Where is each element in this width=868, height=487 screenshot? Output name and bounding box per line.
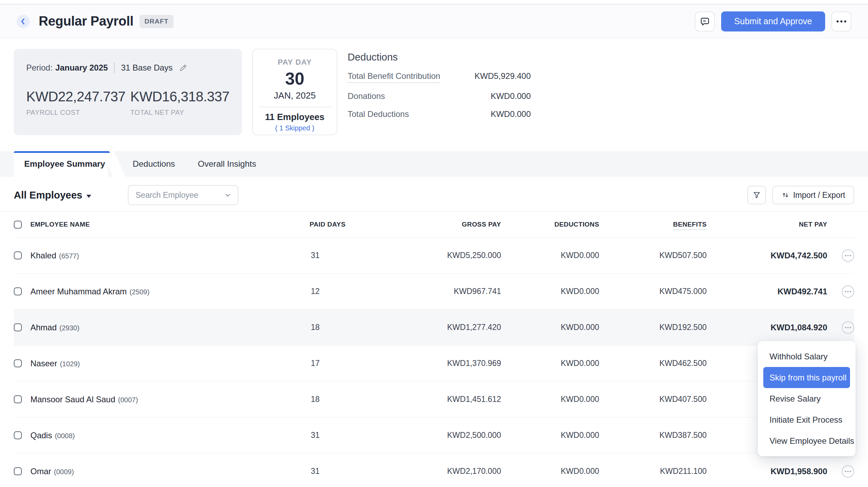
menu-item-view-employee-details[interactable]: View Employee Details — [763, 430, 850, 451]
payday-card: PAY DAY 30 JAN, 2025 11 Employees ( 1 Sk… — [252, 49, 337, 135]
table-row[interactable]: Qadis(0008) 31 KWD2,500.000 KWD0.000 KWD… — [14, 417, 854, 453]
ellipsis-icon — [837, 20, 846, 22]
table-row[interactable]: Omar(0009) 31 KWD2,170.000 KWD0.000 KWD2… — [14, 453, 854, 487]
col-deductions: DEDUCTIONS — [501, 221, 599, 228]
row-checkbox[interactable] — [14, 395, 22, 403]
row-checkbox[interactable] — [14, 467, 22, 475]
divider — [258, 107, 331, 107]
caret-down-icon — [86, 195, 91, 198]
menu-item-initiate-exit-process[interactable]: Initiate Exit Process — [763, 409, 850, 430]
total-benefit-contribution-value: KWD5,929.400 — [474, 71, 531, 81]
employee-id: (0009) — [54, 468, 74, 476]
period-card: Period: January 2025 31 Base Days KWD22,… — [14, 49, 242, 135]
row-checkbox[interactable] — [14, 359, 22, 367]
row-actions-button[interactable] — [842, 249, 854, 262]
total-net-pay-label: TOTAL NET PAY — [130, 109, 229, 117]
deductions-title: Deductions — [348, 52, 531, 63]
col-net-pay: NET PAY — [707, 221, 827, 228]
payday-day: 30 — [253, 69, 337, 89]
deductions-summary: Deductions Total Benefit Contribution KW… — [348, 49, 531, 135]
chevron-left-icon — [19, 17, 28, 26]
menu-item-revise-salary[interactable]: Revise Salary — [763, 388, 850, 409]
import-export-button[interactable]: Import / Export — [772, 186, 854, 204]
table-row[interactable]: Mansoor Saud Al Saud(0007) 18 KWD1,451.6… — [14, 382, 854, 417]
search-placeholder: Search Employee — [135, 191, 198, 200]
employee-table: EMPLOYEE NAME PAID DAYS GROSS PAY DEDUCT… — [14, 212, 854, 487]
menu-item-skip-from-payroll[interactable]: Skip from this payroll — [763, 367, 850, 388]
page-title: Regular Payroll — [39, 14, 133, 29]
menu-item-withhold-salary[interactable]: Withhold Salary — [763, 346, 850, 367]
chevron-down-icon — [224, 191, 232, 199]
col-gross-pay: GROSS PAY — [346, 221, 501, 228]
table-toolbar: All Employees Search Employee Import / E… — [0, 177, 868, 212]
col-benefits: BENEFITS — [599, 221, 707, 228]
tab-bar: Employee Summary Deductions Overall Insi… — [0, 151, 868, 177]
col-paid-days: PAID DAYS — [242, 221, 346, 228]
status-badge: DRAFT — [140, 15, 173, 28]
employee-id: (6577) — [59, 252, 79, 260]
donations-value: KWD0.000 — [491, 91, 531, 101]
payday-label: PAY DAY — [253, 58, 337, 67]
tab-employee-summary[interactable]: Employee Summary — [14, 151, 108, 177]
base-days: 31 Base Days — [121, 63, 172, 73]
search-employee-input[interactable]: Search Employee — [128, 185, 238, 205]
skipped-count-link[interactable]: ( 1 Skipped ) — [253, 124, 337, 132]
donations-label: Donations — [348, 91, 385, 101]
row-checkbox[interactable] — [14, 323, 22, 331]
total-benefit-contribution-label[interactable]: Total Benefit Contribution — [348, 71, 440, 83]
employee-filter-dropdown[interactable]: All Employees — [14, 190, 91, 201]
back-button[interactable] — [17, 15, 30, 28]
employee-id: (2509) — [130, 288, 150, 296]
tab-overall-insights[interactable]: Overall Insights — [198, 151, 256, 177]
filter-button[interactable] — [747, 186, 766, 204]
table-row-active[interactable]: Ahmad(2930) 18 KWD1,277.420 KWD0.000 KWD… — [14, 310, 854, 346]
select-all-checkbox[interactable] — [14, 221, 22, 229]
row-checkbox[interactable] — [14, 287, 22, 295]
employee-id: (2930) — [59, 324, 79, 332]
submit-and-approve-button[interactable]: Submit and Approve — [721, 11, 825, 31]
total-net-pay-value: KWD16,318.337 — [130, 89, 229, 104]
comments-button[interactable] — [695, 11, 715, 31]
col-employee-name: EMPLOYEE NAME — [30, 221, 242, 228]
table-header-row: EMPLOYEE NAME PAID DAYS GROSS PAY DEDUCT… — [14, 212, 854, 238]
period-label: Period: — [26, 63, 53, 73]
comment-icon — [700, 16, 710, 27]
top-border — [0, 0, 868, 4]
payroll-cost-label: PAYROLL COST — [26, 109, 130, 117]
divider — [114, 63, 115, 73]
import-export-icon — [781, 191, 790, 199]
payroll-cost-value: KWD22,247.737 — [26, 89, 130, 104]
edit-period-icon[interactable] — [178, 63, 188, 73]
row-checkbox[interactable] — [14, 251, 22, 259]
employee-id: (0007) — [118, 396, 138, 404]
employee-id: (0008) — [55, 432, 75, 440]
period-value: January 2025 — [55, 63, 108, 73]
total-deductions-label: Total Deductions — [348, 109, 409, 119]
row-actions-button[interactable] — [842, 321, 854, 334]
page-header: Regular Payroll DRAFT Submit and Approve — [0, 4, 868, 38]
table-row[interactable]: Ameer Muhammad Akram(2509) 12 KWD967.741… — [14, 274, 854, 310]
summary-section: Period: January 2025 31 Base Days KWD22,… — [14, 49, 854, 135]
row-actions-button[interactable] — [842, 465, 854, 478]
employee-id: (1029) — [60, 360, 80, 368]
payday-date: JAN, 2025 — [253, 90, 337, 101]
tab-deductions[interactable]: Deductions — [133, 151, 175, 177]
funnel-icon — [752, 191, 761, 200]
row-actions-button[interactable] — [842, 285, 854, 298]
row-checkbox[interactable] — [14, 431, 22, 439]
table-row[interactable]: Khaled(6577) 31 KWD5,250.000 KWD0.000 KW… — [14, 238, 854, 274]
row-context-menu: Withhold Salary Skip from this payroll R… — [758, 341, 856, 456]
more-actions-button[interactable] — [831, 11, 851, 31]
total-deductions-value: KWD0.000 — [491, 109, 531, 119]
employee-count: 11 Employees — [253, 112, 337, 122]
table-row[interactable]: Naseer(1029) 17 KWD1,370.969 KWD0.000 KW… — [14, 346, 854, 382]
